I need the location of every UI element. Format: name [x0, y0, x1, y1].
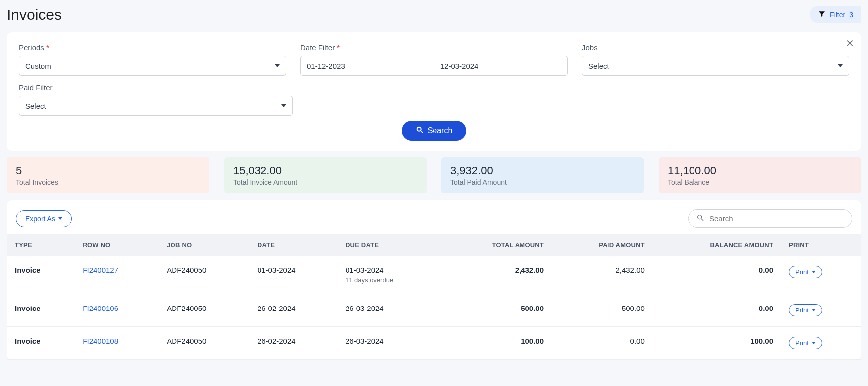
cell-type: Invoice: [7, 256, 75, 294]
chevron-down-icon: [275, 64, 280, 67]
date-from-input[interactable]: 01-12-2023: [300, 56, 434, 76]
col-rowno: ROW NO: [75, 234, 159, 256]
table-row: InvoiceFI2400127ADF24005001-03-202401-03…: [7, 256, 861, 294]
cell-total: 100.00: [441, 327, 552, 360]
cell-balance: 0.00: [653, 256, 781, 294]
col-print: PRINT: [781, 234, 861, 256]
svg-point-2: [698, 215, 702, 219]
cell-jobno: ADF240050: [159, 294, 250, 327]
periods-select[interactable]: Custom: [19, 56, 286, 76]
cell-duedate: 26-03-2024: [338, 294, 441, 327]
col-type: TYPE: [7, 234, 75, 256]
col-total: TOTAL AMOUNT: [441, 234, 552, 256]
svg-line-3: [701, 219, 703, 221]
cell-balance: 0.00: [653, 294, 781, 327]
cell-balance: 100.00: [653, 327, 781, 360]
invoices-table: TYPE ROW NO JOB NO DATE DUE DATE TOTAL A…: [7, 234, 861, 360]
cell-jobno: ADF240050: [159, 256, 250, 294]
filters-panel: ✕ Periods * Custom Date Filter * 01-12-2…: [7, 32, 861, 151]
page-title: Invoices: [7, 6, 62, 23]
col-jobno: JOB NO: [159, 234, 250, 256]
summary-row: 5 Total Invoices 15,032.00 Total Invoice…: [7, 157, 861, 193]
row-no-link[interactable]: FI2400108: [83, 337, 118, 345]
cell-jobno: ADF240050: [159, 327, 250, 360]
export-button[interactable]: Export As: [16, 210, 72, 227]
col-paid: PAID AMOUNT: [552, 234, 653, 256]
col-balance: BALANCE AMOUNT: [653, 234, 781, 256]
chevron-down-icon: [838, 64, 843, 67]
jobs-label: Jobs: [582, 43, 849, 52]
overdue-text: 11 days overdue: [346, 276, 434, 284]
table-search[interactable]: [688, 209, 852, 228]
cell-date: 26-02-2024: [250, 327, 338, 360]
table-search-input[interactable]: [709, 214, 844, 223]
date-to-input[interactable]: 12-03-2024: [434, 56, 568, 76]
print-button[interactable]: Print: [789, 266, 822, 278]
chevron-down-icon: [812, 342, 816, 344]
summary-total-amount: 15,032.00 Total Invoice Amount: [224, 157, 427, 193]
table-row: InvoiceFI2400106ADF24005026-02-202426-03…: [7, 294, 861, 327]
chevron-down-icon: [812, 309, 816, 311]
row-no-link[interactable]: FI2400106: [83, 304, 118, 312]
jobs-select[interactable]: Select: [582, 56, 849, 76]
svg-point-0: [417, 127, 421, 131]
cell-type: Invoice: [7, 327, 75, 360]
cell-date: 01-03-2024: [250, 256, 338, 294]
svg-line-1: [421, 131, 423, 133]
cell-total: 500.00: [441, 294, 552, 327]
chevron-down-icon: [812, 271, 816, 273]
chevron-down-icon: [281, 104, 286, 107]
print-button[interactable]: Print: [789, 337, 822, 349]
col-date: DATE: [250, 234, 338, 256]
close-icon[interactable]: ✕: [846, 37, 854, 49]
cell-type: Invoice: [7, 294, 75, 327]
chevron-down-icon: [58, 217, 62, 220]
cell-date: 26-02-2024: [250, 294, 338, 327]
row-no-link[interactable]: FI2400127: [83, 266, 118, 274]
search-icon: [416, 126, 424, 136]
periods-label: Periods *: [19, 43, 286, 52]
filter-toggle[interactable]: Filter 3: [810, 6, 861, 23]
paid-filter-select[interactable]: Select: [19, 96, 293, 116]
summary-balance: 11,100.00 Total Balance: [659, 157, 861, 193]
filter-label: Filter: [830, 11, 845, 19]
cell-paid: 2,432.00: [552, 256, 653, 294]
cell-paid: 500.00: [552, 294, 653, 327]
table-row: InvoiceFI2400108ADF24005026-02-202426-03…: [7, 327, 861, 360]
cell-total: 2,432.00: [441, 256, 552, 294]
cell-paid: 0.00: [552, 327, 653, 360]
summary-paid-amount: 3,932.00 Total Paid Amount: [441, 157, 644, 193]
search-icon: [696, 214, 704, 223]
summary-total-invoices: 5 Total Invoices: [7, 157, 209, 193]
date-filter-label: Date Filter *: [300, 43, 568, 52]
filter-icon: [818, 10, 826, 19]
filter-count: 3: [849, 11, 853, 19]
table-card: Export As TYPE ROW NO JOB NO DATE DUE DA…: [7, 200, 861, 360]
paid-filter-label: Paid Filter: [19, 83, 293, 92]
search-button[interactable]: Search: [402, 121, 467, 141]
col-duedate: DUE DATE: [338, 234, 441, 256]
cell-duedate: 26-03-2024: [338, 327, 441, 360]
print-button[interactable]: Print: [789, 304, 822, 316]
cell-duedate: 01-03-202411 days overdue: [338, 256, 441, 294]
